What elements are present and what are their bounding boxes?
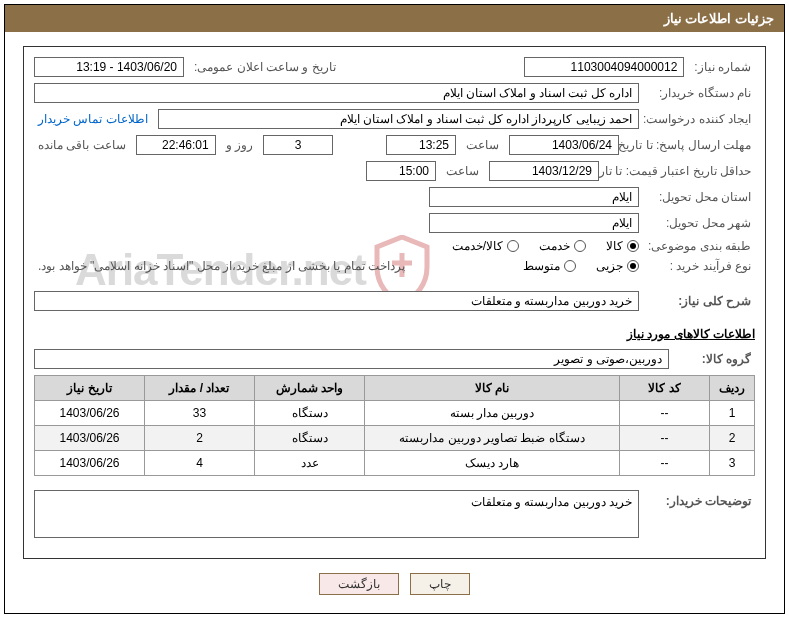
- field-summary: خرید دوربین مداربسته و متعلقات: [34, 291, 639, 311]
- field-province: ایلام: [429, 187, 639, 207]
- label-price-valid: حداقل تاریخ اعتبار قیمت: تا تاریخ:: [605, 164, 755, 178]
- radio-minor[interactable]: [627, 260, 639, 272]
- cell-unit: عدد: [255, 451, 365, 476]
- field-city: ایلام: [429, 213, 639, 233]
- back-button[interactable]: بازگشت: [319, 573, 399, 595]
- print-button[interactable]: چاپ: [410, 573, 470, 595]
- radio-goods[interactable]: [627, 240, 639, 252]
- radio-medium-label: متوسط: [523, 259, 560, 273]
- cell-code: --: [620, 426, 710, 451]
- cell-qty: 4: [145, 451, 255, 476]
- field-goods-group: دوربین،صوتی و تصویر: [34, 349, 669, 369]
- field-price-valid-date: 1403/12/29: [489, 161, 599, 181]
- th-idx: ردیف: [710, 376, 755, 401]
- goods-section-header: اطلاعات کالاهای مورد نیاز: [34, 327, 755, 341]
- cell-code: --: [620, 401, 710, 426]
- label-days-and: روز و: [222, 138, 257, 152]
- field-announce-dt: 1403/06/20 - 13:19: [34, 57, 184, 77]
- field-remaining-hms: 22:46:01: [136, 135, 216, 155]
- radio-goods-service-label: کالا/خدمت: [452, 239, 503, 253]
- label-goods-group: گروه کالا:: [675, 352, 755, 366]
- label-requester: ایجاد کننده درخواست:: [645, 112, 755, 126]
- th-code: کد کالا: [620, 376, 710, 401]
- cell-date: 1403/06/26: [35, 426, 145, 451]
- radio-medium[interactable]: [564, 260, 576, 272]
- cell-date: 1403/06/26: [35, 451, 145, 476]
- field-requester: احمد زیبایی کارپرداز اداره کل ثبت اسناد …: [158, 109, 639, 129]
- th-name: نام کالا: [365, 376, 620, 401]
- label-time-2: ساعت: [442, 164, 483, 178]
- field-reply-time: 13:25: [386, 135, 456, 155]
- purchase-type-radio-group: جزیی متوسط: [523, 259, 639, 273]
- table-row: 1--دوربین مدار بستهدستگاه331403/06/26: [35, 401, 755, 426]
- cell-qty: 2: [145, 426, 255, 451]
- label-category: طبقه بندی موضوعی:: [645, 239, 755, 253]
- radio-goods-label: کالا: [606, 239, 623, 253]
- table-row: 3--هارد دیسکعدد41403/06/26: [35, 451, 755, 476]
- purchase-note: پرداخت تمام یا بخشی از مبلغ خرید،از محل …: [34, 259, 517, 273]
- cell-idx: 1: [710, 401, 755, 426]
- field-remaining-days: 3: [263, 135, 333, 155]
- radio-goods-service[interactable]: [507, 240, 519, 252]
- cell-idx: 3: [710, 451, 755, 476]
- label-buyer-notes: توضیحات خریدار:: [645, 490, 755, 508]
- goods-table: ردیف کد کالا نام کالا واحد شمارش تعداد /…: [34, 375, 755, 476]
- label-time-1: ساعت: [462, 138, 503, 152]
- radio-service-label: خدمت: [539, 239, 570, 253]
- category-radio-group: کالا خدمت کالا/خدمت: [452, 239, 639, 253]
- field-buyer-notes: خرید دوربین مداربسته و متعلقات: [34, 490, 639, 538]
- cell-name: دستگاه ضبط تصاویر دوربین مداربسته: [365, 426, 620, 451]
- form-container: شماره نیاز: 1103004094000012 تاریخ و ساع…: [23, 46, 766, 559]
- radio-minor-label: جزیی: [596, 259, 623, 273]
- cell-name: هارد دیسک: [365, 451, 620, 476]
- radio-service[interactable]: [574, 240, 586, 252]
- buyer-contact-link[interactable]: اطلاعات تماس خریدار: [34, 112, 152, 126]
- label-announce-dt: تاریخ و ساعت اعلان عمومی:: [190, 60, 340, 74]
- label-city: شهر محل تحویل:: [645, 216, 755, 230]
- label-reply-deadline: مهلت ارسال پاسخ: تا تاریخ:: [625, 138, 755, 152]
- label-province: استان محل تحویل:: [645, 190, 755, 204]
- field-buyer: اداره کل ثبت اسناد و املاک استان ایلام: [34, 83, 639, 103]
- th-unit: واحد شمارش: [255, 376, 365, 401]
- table-row: 2--دستگاه ضبط تصاویر دوربین مداربستهدستگ…: [35, 426, 755, 451]
- label-buyer: نام دستگاه خریدار:: [645, 86, 755, 100]
- label-summary: شرح کلی نیاز:: [645, 294, 755, 308]
- field-need-no: 1103004094000012: [524, 57, 684, 77]
- field-reply-date: 1403/06/24: [509, 135, 619, 155]
- label-need-no: شماره نیاز:: [690, 60, 755, 74]
- th-qty: تعداد / مقدار: [145, 376, 255, 401]
- label-purchase-type: نوع فرآیند خرید :: [645, 259, 755, 273]
- cell-name: دوربین مدار بسته: [365, 401, 620, 426]
- title-bar: جزئیات اطلاعات نیاز: [5, 5, 784, 32]
- th-date: تاریخ نیاز: [35, 376, 145, 401]
- cell-code: --: [620, 451, 710, 476]
- cell-qty: 33: [145, 401, 255, 426]
- cell-unit: دستگاه: [255, 426, 365, 451]
- cell-unit: دستگاه: [255, 401, 365, 426]
- cell-idx: 2: [710, 426, 755, 451]
- cell-date: 1403/06/26: [35, 401, 145, 426]
- label-remaining: ساعت باقی مانده: [34, 138, 130, 152]
- field-price-valid-time: 15:00: [366, 161, 436, 181]
